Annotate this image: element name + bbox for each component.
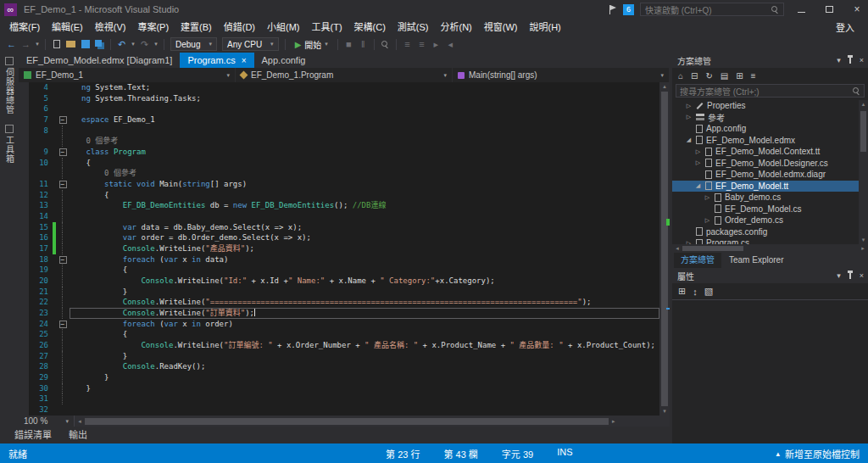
breakpoint-margin[interactable] xyxy=(19,319,29,330)
code-row[interactable]: 26 Console.WriteLine("訂單編號: " + x.Order_… xyxy=(19,340,659,351)
code-row[interactable]: 28 Console.ReadKey(); xyxy=(19,361,659,372)
undo-dropdown-icon[interactable]: ▾ xyxy=(130,37,136,51)
alphabetical-icon[interactable]: ↕ xyxy=(693,287,698,297)
document-tab[interactable]: Program.cs× xyxy=(180,53,253,68)
tree-expand-icon[interactable]: ▷ xyxy=(685,103,693,109)
code-row[interactable]: 23 Console.WriteLine("訂單資料"); xyxy=(19,308,659,319)
tree-vertical-scrollbar[interactable]: ▴ ▾ xyxy=(859,100,868,244)
scrollbar-thumb[interactable] xyxy=(661,92,668,406)
member-dropdown[interactable]: Main(string[] args) ▾ xyxy=(453,68,670,82)
quick-launch-search[interactable]: 快速啟動 (Ctrl+Q) xyxy=(640,3,784,16)
menu-item[interactable]: 視窗(W) xyxy=(478,19,524,36)
scroll-down-icon[interactable]: ▾ xyxy=(862,236,865,244)
codelens-row[interactable]: 0 個參考 xyxy=(19,136,659,147)
breakpoint-margin[interactable] xyxy=(19,254,29,265)
breakpoint-margin[interactable] xyxy=(19,383,29,394)
show-all-files-icon[interactable]: ▤ xyxy=(721,71,728,81)
code-row[interactable]: 29 } xyxy=(19,372,659,383)
tree-item[interactable]: ▷Baby_demo.cs xyxy=(672,192,868,204)
code-row[interactable]: 16 var order = db.Order_demo.Select(x =>… xyxy=(19,232,659,243)
breakpoint-margin[interactable] xyxy=(19,393,29,404)
outdent-icon[interactable]: ◂ xyxy=(444,37,457,51)
tree-item[interactable]: ▷Order_demo.cs xyxy=(672,215,868,226)
scroll-up-icon[interactable]: ▴ xyxy=(663,82,666,91)
scroll-left-icon[interactable]: ◂ xyxy=(672,245,682,252)
save-icon[interactable] xyxy=(79,37,92,51)
breakpoint-margin[interactable] xyxy=(19,82,29,93)
undo-icon[interactable]: ↶ xyxy=(115,37,128,51)
find-in-files-icon[interactable] xyxy=(379,37,392,51)
breakpoint-margin[interactable] xyxy=(19,351,29,362)
save-all-icon[interactable] xyxy=(93,37,106,51)
breakpoint-margin[interactable] xyxy=(19,361,29,372)
panel-tab[interactable]: 輸出 xyxy=(61,427,95,443)
breakpoint-margin[interactable] xyxy=(19,190,29,201)
tree-item[interactable]: ▷參考 xyxy=(672,112,868,124)
toolbox-tab[interactable]: 工具箱 xyxy=(3,125,16,164)
start-debug-button[interactable]: ▶ 開始 ▾ xyxy=(290,37,333,51)
breakpoint-margin[interactable] xyxy=(19,222,29,233)
breakpoint-margin[interactable] xyxy=(19,126,29,137)
breakpoint-margin[interactable] xyxy=(19,200,29,211)
code-row[interactable]: 8 xyxy=(19,126,659,137)
code-row[interactable]: 11− static void Main(string[] args) xyxy=(19,179,659,190)
tree-expand-icon[interactable]: ◢ xyxy=(685,137,693,143)
indent-icon[interactable]: ▸ xyxy=(430,37,442,51)
server-explorer-tab[interactable]: 伺服器總管 xyxy=(3,57,16,114)
menu-item[interactable]: 說明(H) xyxy=(524,19,567,36)
editor-vertical-scrollbar[interactable]: ▴ ▾ xyxy=(659,82,670,416)
add-to-source-control-button[interactable]: ▴ 新增至原始檔控制 xyxy=(776,447,860,460)
stop-debug-icon[interactable]: ■ xyxy=(342,37,355,51)
menu-item[interactable]: 測試(S) xyxy=(392,19,435,36)
window-position-icon[interactable]: ▾ xyxy=(837,271,841,280)
menu-item[interactable]: 檢視(V) xyxy=(89,19,132,36)
minimize-button[interactable] xyxy=(790,1,812,18)
collapse-region-icon[interactable]: − xyxy=(59,321,67,328)
scroll-right-icon[interactable]: ▸ xyxy=(858,245,868,252)
code-row[interactable]: 31 xyxy=(19,393,659,404)
breakpoint-margin[interactable] xyxy=(19,147,29,158)
breakpoint-margin[interactable] xyxy=(19,329,29,340)
code-row[interactable]: 15 var data = db.Baby_demo.Select(x => x… xyxy=(19,222,659,233)
explorer-bottom-tab[interactable]: Team Explorer xyxy=(722,253,790,268)
feedback-flag-icon[interactable] xyxy=(609,5,617,14)
sign-in-button[interactable]: 登入 xyxy=(836,20,868,34)
title-bar[interactable]: ∞ EF_Demo_1 - Microsoft Visual Studio 6 … xyxy=(0,0,868,19)
breakpoint-margin[interactable] xyxy=(19,340,29,351)
tree-item[interactable]: ▷EF_Demo_Model.Context.tt xyxy=(672,146,868,158)
menu-item[interactable]: 小組(M) xyxy=(261,19,306,36)
code-editor[interactable]: 4ng System.Text;5ng System.Threading.Tas… xyxy=(19,82,670,416)
breakpoint-margin[interactable] xyxy=(19,179,29,190)
tree-item[interactable]: EF_Demo_Model.cs xyxy=(672,204,868,215)
properties-header[interactable]: 屬性 ▾ × xyxy=(672,268,868,283)
type-dropdown[interactable]: EF_Demo_1.Program ▾ xyxy=(236,68,453,82)
code-row[interactable]: 9− class Program xyxy=(19,147,659,158)
menu-item[interactable]: 編輯(E) xyxy=(46,19,89,36)
tree-expand-icon[interactable]: ▷ xyxy=(704,217,711,224)
code-row[interactable]: 17 Console.WriteLine("產品資料"); xyxy=(19,243,659,254)
code-row[interactable]: 18− foreach (var x in data) xyxy=(19,254,659,265)
notification-badge[interactable]: 6 xyxy=(623,4,634,15)
project-dropdown[interactable]: EF_Demo_1 ▾ xyxy=(19,68,236,82)
code-row[interactable]: 27 } xyxy=(19,351,659,362)
close-icon[interactable]: × xyxy=(860,271,864,280)
document-tab[interactable]: App.config xyxy=(254,53,314,68)
breakpoint-margin[interactable] xyxy=(19,243,29,254)
window-position-icon[interactable]: ▾ xyxy=(837,56,841,64)
codelens-references[interactable]: 0 個參考 xyxy=(86,136,118,147)
tree-item[interactable]: ▷Properties xyxy=(672,100,868,112)
menu-item[interactable]: 專案(P) xyxy=(131,19,175,36)
tree-expand-icon[interactable]: ▷ xyxy=(685,114,693,120)
document-tab[interactable]: EF_Demo_Model.edmx [Diagram1] xyxy=(19,53,180,68)
tree-expand-icon[interactable]: ▷ xyxy=(704,194,711,201)
redo-icon[interactable]: ↷ xyxy=(138,37,151,51)
tree-expand-icon[interactable]: ▷ xyxy=(685,240,693,244)
breakpoint-margin[interactable] xyxy=(19,265,29,276)
code-row[interactable]: 24− foreach (var x in order) xyxy=(19,319,659,330)
explorer-bottom-tab[interactable]: 方案總管 xyxy=(674,253,721,268)
tree-expand-icon[interactable]: ◢ xyxy=(694,182,702,189)
tree-item[interactable]: ◢EF_Demo_Model.tt xyxy=(672,181,868,192)
navigation-dropdown-icon[interactable]: ▾ xyxy=(34,37,41,51)
menu-item[interactable]: 檔案(F) xyxy=(3,19,46,36)
menu-item[interactable]: 分析(N) xyxy=(435,19,478,36)
